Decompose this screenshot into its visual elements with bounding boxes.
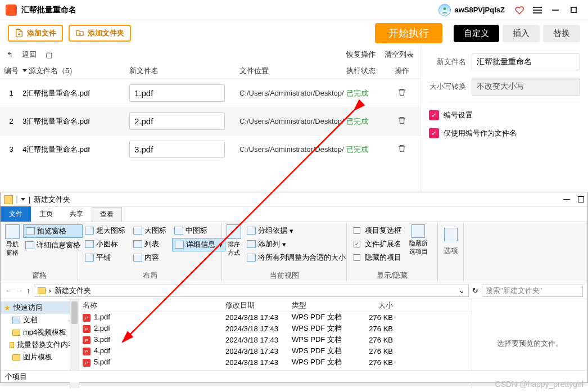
add-column-button[interactable]: 添加列 ▾ [245, 238, 348, 250]
tree-pics[interactable]: 图片模板 [1, 351, 79, 363]
view-large[interactable]: 大图标 [131, 224, 169, 237]
refresh-icon[interactable]: ↻ [472, 286, 478, 295]
tab-view[interactable]: 查看 [92, 207, 122, 222]
th-action[interactable]: 操作 [388, 66, 416, 76]
mode-custom[interactable]: 自定义 [454, 25, 499, 42]
star-icon: ★ [4, 304, 11, 312]
breadcrumb[interactable]: 新建文件夹 [55, 286, 91, 296]
add-file-button[interactable]: 添加文件 [8, 25, 63, 42]
status-badge: 已完成 [346, 145, 388, 155]
table-row[interactable]: 2 3汇帮批量重命名.pdf C:/Users/Administrator/De… [0, 107, 420, 135]
th-new-name[interactable]: 新文件名 [129, 66, 239, 76]
explorer-titlebar[interactable]: | 新建文件夹 [1, 192, 587, 207]
explorer-tabs: 文件 主页 共享 查看 [1, 207, 587, 222]
hide-selected-button[interactable]: 隐藏所选项目 [407, 239, 429, 256]
options-button[interactable]: 选项 [444, 245, 458, 256]
pdf-icon: P [83, 325, 91, 333]
col-size[interactable]: 大小 [359, 300, 404, 310]
col-name[interactable]: 名称 [83, 300, 225, 310]
table-row[interactable]: 1 2汇帮批量重命名.pdf C:/Users/Administrator/De… [0, 79, 420, 107]
chk-hidden-checkbox[interactable]: 隐藏的项目 [351, 251, 404, 264]
use-only-number-checkbox[interactable]: ✓ 仅使用编号作为文件名 [429, 128, 580, 138]
options-icon [444, 228, 458, 241]
file-row[interactable]: P3.pdf 2024/3/18 17:43 WPS PDF 文档 276 KB [79, 334, 472, 345]
delete-row-icon[interactable] [388, 116, 416, 127]
folder-icon [4, 195, 13, 204]
th-source-name[interactable]: 源文件名（5） [22, 66, 129, 76]
view-medium[interactable]: 中图标 [172, 224, 225, 237]
tree-batch[interactable]: 批量替换文件内容 [1, 339, 79, 351]
th-index[interactable]: 编号 [0, 66, 22, 76]
back-arrow-icon[interactable]: ↰ [7, 51, 13, 59]
th-location[interactable]: 文件位置 [239, 66, 346, 76]
view-content[interactable]: 内容 [131, 251, 169, 264]
chevron-down-icon[interactable]: ⌄ [459, 286, 465, 295]
win-maximize-icon[interactable] [578, 196, 584, 202]
pdf-icon: P [83, 314, 91, 322]
menu-icon[interactable] [531, 3, 544, 17]
svg-point-0 [444, 7, 446, 10]
file-explorer-window: | 新建文件夹 文件 主页 共享 查看 导航窗格 预览窗格 详细信息窗格 窗格 [0, 192, 588, 383]
view-small[interactable]: 小图标 [83, 238, 128, 250]
add-folder-button[interactable]: 添加文件夹 [69, 25, 131, 42]
tab-file[interactable]: 文件 [1, 206, 31, 222]
fit-columns-button[interactable]: 将所有列调整为合适的大小 [245, 251, 348, 264]
minimize-icon[interactable] [549, 3, 562, 17]
user-name[interactable]: awS8PVjPqlsZ [454, 6, 505, 14]
win-minimize-icon[interactable] [563, 199, 570, 200]
mode-insert[interactable]: 插入 [503, 25, 540, 42]
nav-back-icon[interactable]: ← [5, 286, 12, 295]
file-row[interactable]: P1.pdf 2024/3/18 17:43 WPS PDF 文档 276 KB [79, 312, 472, 323]
sort-button[interactable]: 排序方式 [227, 240, 241, 257]
new-name-cell-input[interactable] [129, 112, 225, 130]
col-date[interactable]: 修改日期 [225, 300, 292, 310]
restore-button[interactable]: 恢复操作 [346, 49, 376, 60]
file-row[interactable]: P2.pdf 2024/3/18 17:43 WPS PDF 文档 276 KB [79, 323, 472, 334]
chevron-down-icon[interactable] [21, 198, 25, 201]
detail-pane-button[interactable]: 详细信息窗格 [23, 239, 83, 251]
address-bar[interactable]: › 新建文件夹 ⌄ [34, 285, 469, 297]
nav-up-icon[interactable]: ↑ [26, 286, 30, 295]
table-header: 编号 源文件名（5） 新文件名 文件位置 执行状态 操作 [0, 63, 420, 79]
mode-replace[interactable]: 替换 [543, 25, 580, 42]
preview-pane-button[interactable]: 预览窗格 [23, 224, 83, 238]
tree-mp4[interactable]: mp4视频模板 [1, 326, 79, 339]
file-row[interactable]: P5.pdf 2024/3/18 17:43 WPS PDF 文档 276 KB [79, 357, 472, 368]
maximize-icon[interactable] [567, 3, 580, 17]
view-tiles[interactable]: 平铺 [83, 251, 128, 264]
chk-ext-checkbox[interactable]: ✓文件扩展名 [351, 238, 404, 250]
heart-icon[interactable] [513, 3, 526, 17]
back-button[interactable]: 返回 [22, 49, 37, 60]
col-type[interactable]: 类型 [292, 300, 359, 310]
tab-share[interactable]: 共享 [61, 206, 92, 222]
tree-quick-access[interactable]: ★快速访问 [1, 301, 79, 314]
status-badge: 已完成 [346, 88, 388, 98]
tree-documents[interactable]: 文档📌 [1, 314, 79, 326]
search-input[interactable]: 搜索"新建文件夹" [482, 285, 583, 297]
new-name-label: 新文件名 [429, 57, 466, 67]
sort-icon [227, 224, 241, 239]
group-by-button[interactable]: 分组依据 ▾ [245, 224, 348, 237]
case-select[interactable]: 不改变大小写 [472, 78, 580, 96]
file-row[interactable]: P4.pdf 2024/3/18 17:43 WPS PDF 文档 276 KB [79, 345, 472, 357]
clear-list-button[interactable]: 清空列表 [385, 49, 414, 60]
undo-icon[interactable]: ▢ [46, 51, 52, 59]
status-badge: 已完成 [346, 116, 388, 127]
table-row[interactable]: 3 4汇帮批量重命名.pdf C:/Users/Administrator/De… [0, 135, 420, 163]
nav-pane-button[interactable]: 导航窗格 [5, 240, 20, 257]
tab-home[interactable]: 主页 [31, 206, 61, 222]
view-details[interactable]: 详细信息▾ [172, 238, 225, 251]
avatar-icon[interactable] [438, 4, 451, 16]
th-status[interactable]: 执行状态 [346, 66, 388, 76]
new-name-cell-input[interactable] [129, 84, 225, 102]
new-name-cell-input[interactable] [129, 141, 225, 158]
chk-item-checkbox[interactable]: 项目复选框 [351, 224, 404, 237]
delete-row-icon[interactable] [388, 144, 416, 155]
view-list[interactable]: 列表 [131, 238, 169, 250]
start-button[interactable]: 开始执行 [375, 23, 442, 43]
view-xl[interactable]: 超大图标 [83, 224, 128, 237]
nav-fwd-icon[interactable]: → [16, 286, 23, 295]
numbering-checkbox[interactable]: ✓ 编号设置 [429, 110, 580, 120]
new-name-input[interactable] [472, 53, 580, 70]
delete-row-icon[interactable] [388, 88, 416, 98]
